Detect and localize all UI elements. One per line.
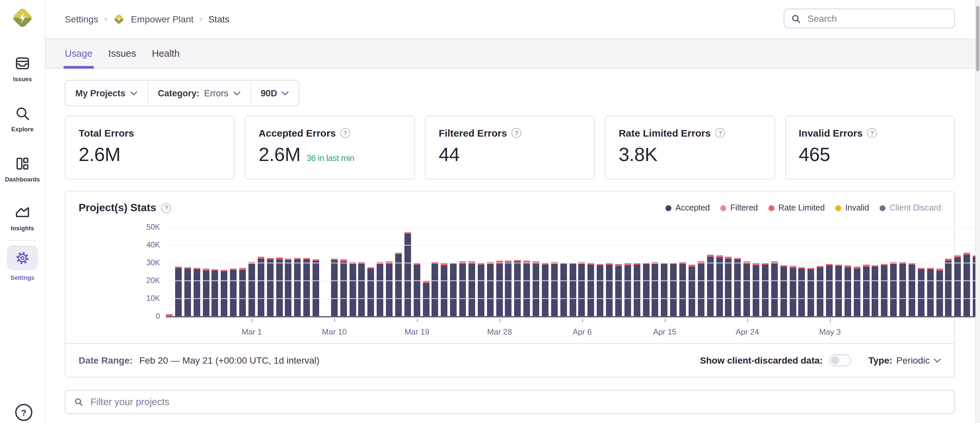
- chart-bar[interactable]: [762, 263, 768, 316]
- chart-bar[interactable]: [955, 256, 961, 316]
- legend-item-invalid[interactable]: Invalid: [835, 203, 869, 212]
- chart-bar[interactable]: [505, 261, 512, 316]
- chart-bar[interactable]: [469, 261, 475, 316]
- chart-bar[interactable]: [771, 261, 778, 316]
- chart-bar[interactable]: [212, 269, 218, 316]
- chart-bar[interactable]: [377, 262, 383, 316]
- chart-bar[interactable]: [551, 262, 558, 316]
- chart-bar[interactable]: [441, 264, 448, 316]
- chart-bar[interactable]: [258, 257, 264, 316]
- chart-bar[interactable]: [789, 266, 796, 316]
- chart-bar[interactable]: [414, 263, 420, 316]
- chart-bar[interactable]: [835, 264, 842, 316]
- sidebar-item-dashboards[interactable]: Dashboards: [0, 156, 45, 183]
- chart-bar[interactable]: [267, 258, 273, 316]
- tab-usage[interactable]: Usage: [65, 39, 92, 68]
- chart-bar[interactable]: [725, 257, 732, 316]
- chart-bar[interactable]: [185, 267, 191, 316]
- chart-bar[interactable]: [863, 265, 869, 317]
- chart-bar[interactable]: [927, 268, 934, 316]
- chart-bar[interactable]: [918, 268, 924, 316]
- chart-bar[interactable]: [193, 268, 200, 316]
- chart-bar[interactable]: [679, 262, 686, 316]
- chart-bar[interactable]: [331, 258, 338, 316]
- chart-bar[interactable]: [285, 259, 292, 316]
- chart-bar[interactable]: [166, 314, 172, 316]
- sentry-logo[interactable]: [11, 6, 34, 30]
- chart-bar[interactable]: [615, 264, 622, 316]
- chart-bar[interactable]: [670, 263, 677, 316]
- help-tooltip-icon[interactable]: ?: [340, 128, 350, 138]
- chart-bar[interactable]: [230, 269, 237, 316]
- chart-bar[interactable]: [799, 267, 805, 316]
- client-discard-toggle[interactable]: [829, 354, 851, 366]
- chart-bar[interactable]: [689, 265, 695, 317]
- chart-bar[interactable]: [313, 259, 319, 316]
- type-selector[interactable]: Type: Periodic: [868, 355, 941, 366]
- sidebar-item-settings[interactable]: Settings: [0, 246, 45, 281]
- chart-bar[interactable]: [817, 266, 823, 316]
- breadcrumb-org[interactable]: Empower Plant: [131, 14, 194, 24]
- chart-bar[interactable]: [716, 256, 722, 316]
- sidebar-item-insights[interactable]: Insights: [0, 204, 45, 231]
- chart-bar[interactable]: [459, 261, 466, 316]
- legend-item-accepted[interactable]: Accepted: [665, 203, 710, 212]
- tab-issues[interactable]: Issues: [108, 39, 136, 68]
- breadcrumb-settings[interactable]: Settings: [65, 14, 98, 24]
- chart-bar[interactable]: [358, 262, 365, 316]
- chart-bar[interactable]: [496, 261, 503, 316]
- project-selector[interactable]: My Projects: [65, 81, 147, 106]
- chart-bar[interactable]: [276, 258, 283, 316]
- chart-bar[interactable]: [606, 263, 612, 316]
- help-tooltip-icon[interactable]: ?: [511, 128, 522, 138]
- chart-bar[interactable]: [450, 263, 457, 316]
- help-tooltip-icon[interactable]: ?: [867, 128, 877, 138]
- chart-bar[interactable]: [652, 262, 659, 316]
- chart-bar[interactable]: [826, 264, 833, 316]
- chart-bar[interactable]: [936, 269, 943, 316]
- chart-bar[interactable]: [945, 259, 952, 316]
- chart-bar[interactable]: [735, 258, 741, 316]
- chart-bar[interactable]: [643, 263, 649, 317]
- chart-bar[interactable]: [221, 270, 228, 316]
- chart-bar[interactable]: [349, 262, 356, 316]
- chart-bar[interactable]: [899, 262, 906, 316]
- chart-bar[interactable]: [303, 258, 310, 316]
- global-search[interactable]: [784, 9, 955, 29]
- chart-bar[interactable]: [514, 260, 521, 316]
- category-selector[interactable]: Category: Errors: [147, 81, 250, 106]
- chart-bar[interactable]: [633, 263, 640, 316]
- help-tooltip-icon[interactable]: ?: [162, 203, 172, 213]
- chart-bar[interactable]: [698, 261, 705, 316]
- chart-bar[interactable]: [294, 258, 301, 316]
- chart-bar[interactable]: [853, 266, 860, 316]
- help-icon[interactable]: ?: [15, 404, 32, 421]
- sidebar-item-explore[interactable]: Explore: [0, 106, 45, 133]
- scrollbar-thumb[interactable]: [976, 6, 979, 71]
- project-filter[interactable]: [65, 390, 955, 414]
- chart-bar[interactable]: [872, 265, 878, 316]
- chart-bar[interactable]: [395, 253, 402, 316]
- chart-bar[interactable]: [597, 264, 603, 316]
- help-tooltip-icon[interactable]: ?: [715, 128, 725, 138]
- page-scrollbar[interactable]: [975, 0, 980, 423]
- date-range-selector[interactable]: 90D: [250, 81, 299, 106]
- project-filter-input[interactable]: [89, 396, 946, 408]
- chart-bar[interactable]: [478, 263, 484, 316]
- chart-bar[interactable]: [780, 265, 787, 316]
- chart-bar[interactable]: [175, 266, 182, 316]
- legend-item-rate-limited[interactable]: Rate Limited: [768, 203, 825, 212]
- chart-bar[interactable]: [523, 261, 530, 316]
- chart-bar[interactable]: [808, 268, 815, 316]
- chart-bar[interactable]: [560, 263, 566, 317]
- chart-bar[interactable]: [569, 263, 576, 316]
- chart-bar[interactable]: [368, 267, 374, 316]
- legend-item-filtered[interactable]: Filtered: [720, 203, 757, 212]
- chart-bar[interactable]: [624, 264, 631, 316]
- chart-bar[interactable]: [881, 264, 888, 316]
- chart-bar[interactable]: [533, 261, 539, 316]
- sidebar-item-issues[interactable]: Issues: [0, 55, 45, 82]
- chart-bar[interactable]: [908, 263, 915, 316]
- chart-bar[interactable]: [432, 262, 439, 316]
- chart-bar[interactable]: [202, 269, 209, 316]
